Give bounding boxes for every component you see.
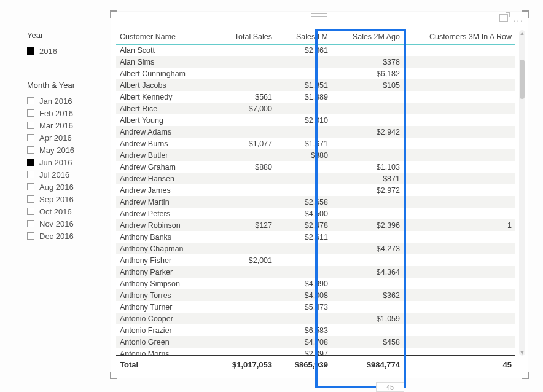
- table-row[interactable]: Andrew James$2,972: [116, 184, 515, 196]
- cell-name: Andrew Butler: [116, 149, 212, 161]
- month-slicer-item[interactable]: Oct 2016: [27, 205, 107, 218]
- col-header-sales-2m[interactable]: Sales 2M Ago: [332, 30, 404, 44]
- checkbox-icon[interactable]: [27, 195, 34, 203]
- table-row[interactable]: Andrew Adams$2,942: [116, 126, 515, 138]
- table-row[interactable]: Anthony Turner$5,473: [116, 301, 515, 313]
- year-slicer-title: Year: [27, 31, 107, 40]
- more-options-icon[interactable]: ···: [513, 15, 524, 25]
- drag-grip-icon[interactable]: [311, 13, 327, 17]
- checkbox-icon[interactable]: [27, 134, 34, 141]
- cell-name: Albert Young: [116, 114, 212, 126]
- table-row[interactable]: Andrew Hansen$871: [116, 173, 515, 184]
- checkbox-icon[interactable]: [27, 220, 34, 227]
- table-row[interactable]: Andrew Martin$2,658: [116, 196, 515, 208]
- scroll-thumb[interactable]: [520, 60, 525, 99]
- slicer-item-label: Dec 2016: [39, 232, 74, 241]
- checkbox-icon[interactable]: [27, 97, 34, 104]
- cell-total-sales: $1,077: [212, 138, 276, 149]
- cell-total-sales: [212, 126, 276, 138]
- cell-total-sales: [212, 196, 276, 208]
- col-header-cust-3m[interactable]: Customers 3M In A Row: [404, 30, 515, 44]
- month-slicer-item[interactable]: Dec 2016: [27, 230, 107, 242]
- col-header-total-sales[interactable]: Total Sales: [212, 30, 276, 44]
- resize-handle-br[interactable]: [522, 372, 529, 379]
- table-row[interactable]: Andrew Robinson$127$2,478$2,3961: [116, 219, 515, 231]
- cell-sales-lm: [276, 68, 332, 79]
- month-slicer-item[interactable]: Mar 2016: [27, 119, 107, 131]
- cell-total-sales: [212, 231, 276, 243]
- checkbox-icon[interactable]: [27, 122, 34, 129]
- cell-sales-lm: $2,611: [276, 231, 332, 243]
- year-slicer-item[interactable]: 2016: [27, 45, 107, 57]
- checkbox-icon[interactable]: [27, 159, 34, 166]
- table-row[interactable]: Anthony Torres$4,008$362: [116, 289, 515, 301]
- cell-sales-2m: $1,059: [332, 313, 404, 324]
- cell-cust-3m: [404, 196, 515, 208]
- scroll-down-icon[interactable]: ▼: [519, 350, 525, 356]
- cell-sales-lm: [276, 173, 332, 184]
- col-header-sales-lm[interactable]: Sales LM: [276, 30, 332, 44]
- table-row[interactable]: Alan Sims$378: [116, 56, 515, 68]
- header-row: Customer Name Total Sales Sales LM Sales…: [116, 30, 515, 44]
- cell-name: Andrew James: [116, 184, 212, 196]
- table-row[interactable]: Antonio Frazier$6,583: [116, 324, 515, 336]
- cell-sales-2m: [332, 324, 404, 336]
- cell-name: Anthony Chapman: [116, 243, 212, 254]
- table-row[interactable]: Anthony Chapman$4,273: [116, 243, 515, 254]
- cell-name: Albert Rice: [116, 103, 212, 114]
- cell-sales-lm: $4,008: [276, 289, 332, 301]
- focus-mode-icon[interactable]: [499, 14, 508, 22]
- cell-name: Anthony Torres: [116, 289, 212, 301]
- month-slicer-item[interactable]: Apr 2016: [27, 131, 107, 144]
- col-header-name[interactable]: Customer Name: [116, 30, 212, 44]
- table-row[interactable]: Antonio Cooper$1,059: [116, 313, 515, 324]
- month-slicer-item[interactable]: Feb 2016: [27, 107, 107, 119]
- slicer-item-label: Jan 2016: [39, 96, 72, 106]
- table-row[interactable]: Albert Cunningham$6,182: [116, 68, 515, 79]
- cell-name: Andrew Peters: [116, 208, 212, 219]
- table-row[interactable]: Albert Jacobs$1,351$105: [116, 79, 515, 91]
- table-visual[interactable]: ··· Customer Name Total Sales Sales LM S…: [111, 11, 528, 378]
- table-row[interactable]: Anthony Simpson$4,990: [116, 278, 515, 289]
- resize-handle-tl[interactable]: [110, 10, 117, 18]
- checkbox-icon[interactable]: [27, 109, 34, 117]
- table-row[interactable]: Andrew Butler$880: [116, 149, 515, 161]
- table-row[interactable]: Albert Young$2,010: [116, 114, 515, 126]
- checkbox-icon[interactable]: [27, 183, 34, 190]
- scroll-up-icon[interactable]: ▲: [519, 30, 525, 36]
- checkbox-icon[interactable]: [27, 232, 34, 240]
- cell-cust-3m: [404, 336, 515, 348]
- cell-sales-2m: [332, 114, 404, 126]
- table-row[interactable]: Anthony Fisher$2,001: [116, 254, 515, 266]
- month-slicer-item[interactable]: May 2016: [27, 144, 107, 156]
- month-slicer-item[interactable]: Sep 2016: [27, 193, 107, 205]
- table-row[interactable]: Anthony Banks$2,611: [116, 231, 515, 243]
- month-slicer-item[interactable]: Jun 2016: [27, 156, 107, 168]
- month-slicer-item[interactable]: Jan 2016: [27, 95, 107, 107]
- checkbox-icon[interactable]: [27, 208, 34, 215]
- cell-sales-lm: $6,583: [276, 324, 332, 336]
- checkbox-icon[interactable]: [27, 146, 34, 154]
- table-row[interactable]: Andrew Peters$4,500: [116, 208, 515, 219]
- cell-name: Anthony Parker: [116, 266, 212, 278]
- vertical-scrollbar[interactable]: ▲ ▼: [519, 30, 525, 356]
- cell-sales-2m: $4,364: [332, 266, 404, 278]
- cell-sales-lm: $2,658: [276, 196, 332, 208]
- cell-cust-3m: [404, 324, 515, 336]
- month-slicer-item[interactable]: Jul 2016: [27, 168, 107, 181]
- month-slicer-item[interactable]: Aug 2016: [27, 181, 107, 193]
- cell-sales-lm: [276, 266, 332, 278]
- table-row[interactable]: Anthony Parker$4,364: [116, 266, 515, 278]
- table-row[interactable]: Andrew Graham$880$1,103: [116, 161, 515, 173]
- checkbox-icon[interactable]: [27, 47, 34, 55]
- table-row[interactable]: Albert Rice$7,000: [116, 103, 515, 114]
- checkbox-icon[interactable]: [27, 171, 34, 178]
- table-row[interactable]: Andrew Burns$1,077$1,671: [116, 138, 515, 149]
- table-row[interactable]: Antonio Green$4,708$458: [116, 336, 515, 348]
- cell-sales-lm: $4,990: [276, 278, 332, 289]
- cell-name: Andrew Burns: [116, 138, 212, 149]
- table-row[interactable]: Albert Kennedy$561$1,889: [116, 91, 515, 103]
- table-row[interactable]: Alan Scott$2,661: [116, 44, 515, 56]
- month-slicer-item[interactable]: Nov 2016: [27, 218, 107, 230]
- cell-cust-3m: [404, 149, 515, 161]
